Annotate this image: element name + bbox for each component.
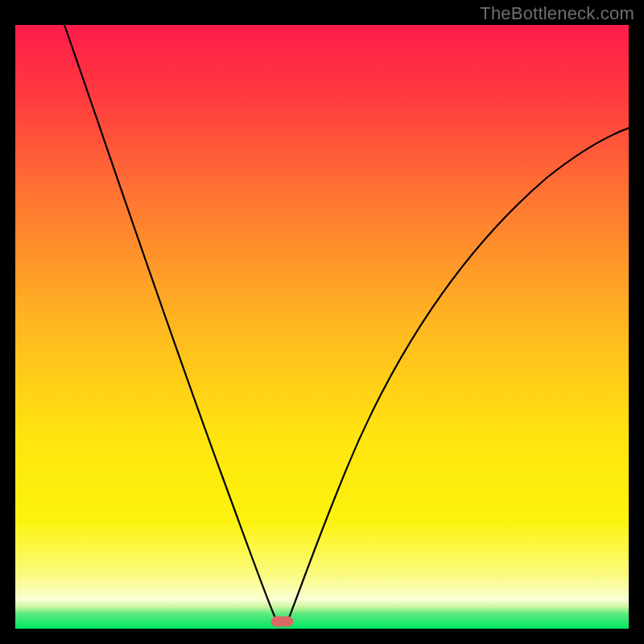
watermark-text: TheBottleneck.com <box>480 3 634 24</box>
bottleneck-marker <box>271 617 293 626</box>
chart-frame: TheBottleneck.com <box>0 0 644 644</box>
plot-area <box>15 25 629 629</box>
gradient-background <box>15 25 629 629</box>
chart-svg <box>15 25 629 629</box>
